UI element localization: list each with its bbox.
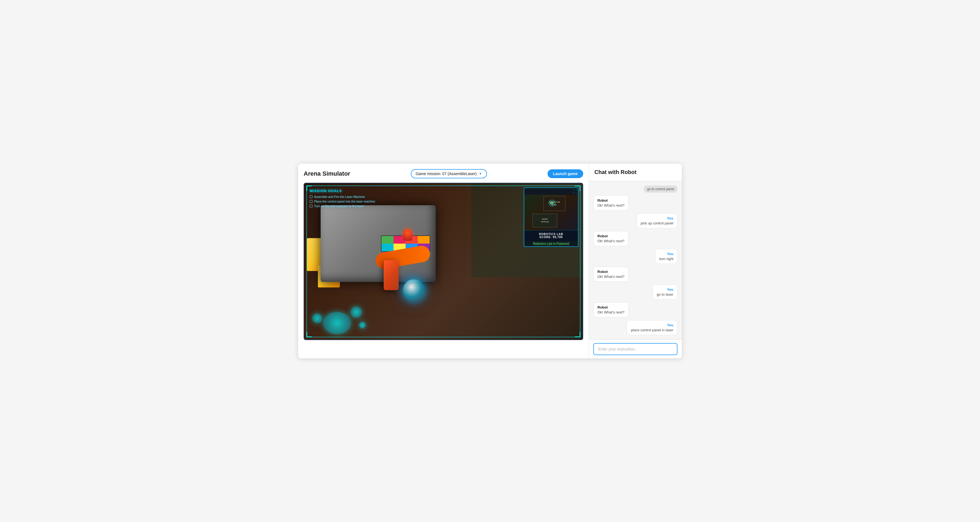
blob-small-3 — [359, 322, 366, 329]
right-panel: Chat with Robot go to control panel Robo… — [589, 164, 682, 358]
map-room-main-label: MAINOFFICE — [541, 218, 549, 223]
robot-sender-2: Robot — [597, 234, 625, 238]
mission-goals-title: MISSION GOALS — [310, 189, 375, 193]
left-panel: Arena Simulator Game mission: 07 (Assemb… — [298, 164, 589, 358]
robot-message-3: Robot Ok! What's next? — [593, 267, 629, 282]
robot-text-4: Ok! What's next? — [597, 310, 625, 314]
minimap: ⛶ QUANTUMLAB MAINOFFICE ROBOTICS LAB — [524, 188, 579, 247]
you-text-1: pick up control panel — [641, 221, 673, 225]
system-message-go-to-control-panel: go to control panel — [644, 186, 678, 193]
panel-btn-green — [382, 236, 393, 243]
robot-sender-1: Robot — [597, 198, 625, 202]
game-scene: MISSION GOALS Assemble and Fire the Lase… — [304, 183, 582, 339]
chevron-down-icon: ▼ — [479, 172, 482, 176]
goal-checkbox-1 — [310, 196, 312, 198]
minimap-score-section: ROBOTICS LAB SCORE: 99,780 — [524, 230, 578, 241]
launch-game-button[interactable]: Launch game — [547, 169, 583, 178]
chat-input[interactable] — [593, 343, 678, 355]
goal-text-2: Place the control panel into the laser m… — [314, 200, 375, 203]
minimap-header: ⛶ — [524, 188, 578, 194]
robot-message-2: Robot Ok! What's next? — [593, 231, 629, 246]
robot-sender-4: Robot — [597, 305, 625, 309]
map-room-main-office: MAINOFFICE — [533, 214, 557, 228]
corner-bl — [306, 332, 312, 337]
laser-machine-body — [321, 205, 436, 282]
goal-text-3: Turn on the red computer to fire laser — [314, 204, 364, 208]
goal-checkbox-3 — [310, 205, 312, 207]
corner-br — [575, 332, 581, 337]
you-sender-4: You — [631, 323, 673, 327]
chat-input-area — [589, 339, 682, 358]
you-sender-1: You — [641, 216, 673, 220]
blob-small-2 — [312, 314, 322, 323]
you-message-2: You turn right — [655, 249, 678, 264]
you-text-4: place control panel in laser — [631, 328, 673, 332]
you-text-3: go to laser — [657, 292, 673, 296]
robot-text-3: Ok! What's next? — [597, 275, 625, 279]
mission-goals-overlay: MISSION GOALS Assemble and Fire the Lase… — [310, 189, 375, 209]
energy-ball — [403, 279, 425, 301]
you-sender-2: You — [659, 252, 673, 256]
goal-text-1: Assemble and Fire the Laser Machine — [314, 195, 365, 198]
game-viewport[interactable]: MISSION GOALS Assemble and Fire the Lase… — [304, 183, 583, 340]
blob-small-1 — [351, 307, 362, 318]
controller-piece — [384, 260, 399, 290]
app-title: Arena Simulator — [304, 170, 350, 177]
chat-messages: go to control panel Robot Ok! What's nex… — [589, 181, 682, 339]
header: Arena Simulator Game mission: 07 (Assemb… — [304, 169, 583, 178]
you-message-3: You go to laser — [652, 285, 678, 299]
robot-message-4: Robot Ok! What's next? — [593, 302, 629, 317]
minimap-score: SCORE: 99,780 — [527, 236, 575, 239]
panel-btn-cyan — [382, 243, 393, 251]
system-message-text: go to control panel — [647, 187, 674, 191]
powered-text: Robotics Lab is Powered — [524, 241, 578, 246]
blob-main — [323, 312, 351, 334]
robot-text-2: Ok! What's next? — [597, 239, 625, 243]
you-text-2: turn right — [659, 257, 673, 261]
mission-selector-button[interactable]: Game mission: 07 (AssembleLaser) ▼ — [411, 169, 487, 178]
panel-btn-orange — [418, 236, 430, 243]
header-center: Game mission: 07 (AssembleLaser) ▼ — [411, 169, 487, 178]
you-message-4: You place control panel in laser — [627, 320, 678, 335]
map-player-dot — [550, 201, 554, 205]
goal-item-2: Place the control panel into the laser m… — [310, 200, 375, 203]
robot-message-1: Robot Ok! What's next? — [593, 196, 629, 210]
mission-label: Game mission: 07 (AssembleLaser) — [416, 172, 477, 176]
goal-checkbox-2 — [310, 200, 312, 203]
chat-header: Chat with Robot — [589, 164, 682, 181]
you-message-1: You pick up control panel — [636, 213, 678, 228]
you-sender-3: You — [657, 288, 673, 291]
minimap-expand-icon[interactable]: ⛶ — [573, 189, 577, 193]
robot-sender-3: Robot — [597, 270, 625, 274]
robot-text-1: Ok! What's next? — [597, 203, 625, 207]
alarm-light — [403, 229, 412, 241]
chat-title: Chat with Robot — [594, 169, 676, 175]
app-container: Arena Simulator Game mission: 07 (Assemb… — [298, 164, 682, 358]
minimap-location: ROBOTICS LAB — [527, 232, 575, 236]
goal-item-1: Assemble and Fire the Laser Machine — [310, 195, 375, 198]
minimap-image: QUANTUMLAB MAINOFFICE — [524, 194, 578, 230]
goal-item-3: Turn on the red computer to fire laser — [310, 204, 375, 208]
